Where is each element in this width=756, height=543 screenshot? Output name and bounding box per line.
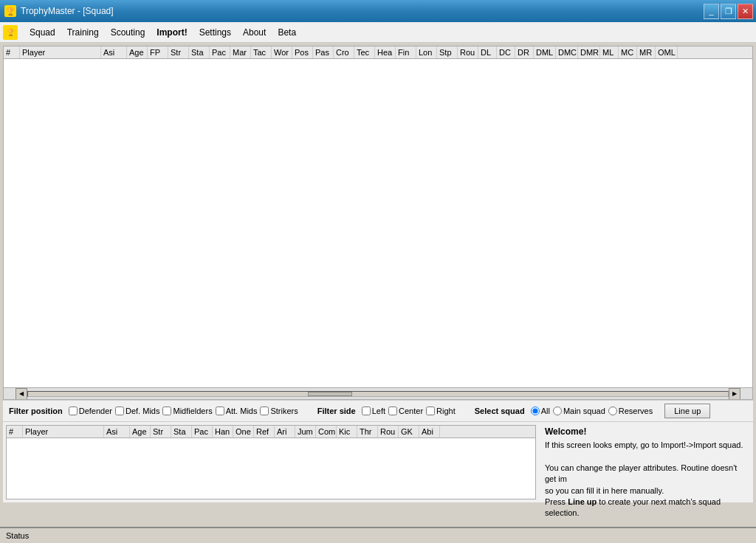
filter-def-mids[interactable]: Def. Mids	[115, 407, 159, 415]
main-header-fin[interactable]: Fin	[396, 46, 416, 58]
bottom-header-rou[interactable]: Rou	[378, 426, 399, 437]
main-header-mr[interactable]: MR	[637, 46, 656, 58]
main-header-dmc[interactable]: DMC	[556, 46, 578, 58]
scroll-track[interactable]	[27, 391, 729, 397]
filter-area: Filter position Defender Def. Mids Midfi…	[3, 400, 753, 421]
bottom-header-thr[interactable]: Thr	[357, 426, 378, 437]
main-header-str[interactable]: Str	[168, 46, 189, 58]
title-bar: 🏆 TrophyMaster - [Squad] _ ❐ ✕	[0, 0, 756, 22]
filter-att-mids[interactable]: Att. Mids	[216, 407, 258, 415]
horizontal-scrollbar[interactable]: ◀ ▶	[4, 387, 752, 399]
scroll-right-button[interactable]: ▶	[729, 388, 740, 400]
filter-strikers[interactable]: Strikers	[260, 407, 298, 415]
bottom-header-str[interactable]: Str	[151, 426, 171, 437]
main-header-hash[interactable]: #	[4, 46, 20, 58]
main-header-mc[interactable]: MC	[619, 46, 637, 58]
main-header-oml[interactable]: OML	[656, 46, 678, 58]
menu-item-beta[interactable]: Beta	[272, 25, 302, 40]
main-header-hea[interactable]: Hea	[375, 46, 396, 58]
lineup-button[interactable]: Line up	[664, 404, 710, 418]
squad-reserves[interactable]: Reserves	[608, 407, 653, 415]
close-button[interactable]: ✕	[738, 4, 753, 19]
bottom-header-asi[interactable]: Asi	[104, 426, 130, 437]
main-squad-radio[interactable]	[553, 407, 562, 415]
bottom-header-sta[interactable]: Sta	[171, 426, 192, 437]
menu-app-icon: 🏆	[3, 25, 18, 40]
main-header-ml[interactable]: ML	[600, 46, 619, 58]
reserves-radio[interactable]	[608, 407, 617, 415]
def-mids-checkbox[interactable]	[115, 407, 124, 415]
scroll-left-button[interactable]: ◀	[16, 388, 27, 400]
main-header-dr[interactable]: DR	[515, 46, 534, 58]
bottom-header-hash[interactable]: #	[7, 426, 23, 437]
main-header-dl[interactable]: DL	[478, 46, 497, 58]
bottom-header-jum[interactable]: Jum	[295, 426, 316, 437]
all-label: All	[541, 407, 550, 415]
filter-position-group: Filter position Defender Def. Mids Midfi…	[9, 407, 298, 415]
main-header-pas[interactable]: Pas	[313, 46, 334, 58]
main-header-tec[interactable]: Tec	[354, 46, 375, 58]
filter-defender[interactable]: Defender	[69, 407, 112, 415]
squad-all[interactable]: All	[531, 407, 550, 415]
bottom-header-ari[interactable]: Ari	[275, 426, 295, 437]
bottom-header-age[interactable]: Age	[130, 426, 151, 437]
main-header-sta[interactable]: Sta	[189, 46, 210, 58]
menu-item-about[interactable]: About	[237, 25, 272, 40]
filter-right[interactable]: Right	[426, 407, 456, 415]
bottom-header-player[interactable]: Player	[23, 426, 104, 437]
main-header-pac[interactable]: Pac	[210, 46, 230, 58]
strikers-checkbox[interactable]	[260, 407, 269, 415]
menu-item-settings[interactable]: Settings	[193, 25, 237, 40]
select-squad-label: Select squad	[475, 407, 525, 415]
reserves-label: Reserves	[619, 407, 653, 415]
left-checkbox[interactable]	[362, 407, 371, 415]
main-header-asi[interactable]: Asi	[101, 46, 127, 58]
menu-bar: 🏆 SquadTrainingScoutingImport!SettingsAb…	[0, 22, 756, 43]
filter-center[interactable]: Center	[388, 407, 423, 415]
menu-item-training[interactable]: Training	[61, 25, 105, 40]
main-header-fp[interactable]: FP	[148, 46, 168, 58]
status-label: Status	[6, 531, 29, 540]
menu-item-squad[interactable]: Squad	[24, 25, 61, 40]
main-header-pos[interactable]: Pos	[292, 46, 313, 58]
main-header-mar[interactable]: Mar	[230, 46, 251, 58]
bottom-header-gk[interactable]: GK	[399, 426, 419, 437]
menu-item-scouting[interactable]: Scouting	[105, 25, 151, 40]
main-header-age[interactable]: Age	[127, 46, 148, 58]
main-header-dc[interactable]: DC	[497, 46, 515, 58]
main-header-lon[interactable]: Lon	[416, 46, 437, 58]
main-header-stp[interactable]: Stp	[437, 46, 458, 58]
main-header-cro[interactable]: Cro	[334, 46, 354, 58]
all-radio[interactable]	[531, 407, 540, 415]
att-mids-checkbox[interactable]	[216, 407, 224, 415]
defender-checkbox[interactable]	[69, 407, 78, 415]
main-header-dmr[interactable]: DMR	[578, 46, 600, 58]
minimize-button[interactable]: _	[704, 4, 719, 19]
bottom-header-pac[interactable]: Pac	[192, 426, 213, 437]
right-checkbox[interactable]	[426, 407, 435, 415]
main-header-tac[interactable]: Tac	[251, 46, 272, 58]
main-header-wor[interactable]: Wor	[272, 46, 292, 58]
bottom-section: #PlayerAsiAgeStrStaPacHanOneRefAriJumCom…	[3, 421, 753, 502]
main-header-dml[interactable]: DML	[534, 46, 556, 58]
squad-main[interactable]: Main squad	[553, 407, 605, 415]
bottom-header-ref[interactable]: Ref	[254, 426, 275, 437]
filter-left[interactable]: Left	[362, 407, 385, 415]
menu-item-import[interactable]: Import!	[151, 25, 193, 40]
bottom-header-abi[interactable]: Abi	[419, 426, 440, 437]
midfielders-checkbox[interactable]	[162, 407, 171, 415]
center-checkbox[interactable]	[388, 407, 397, 415]
main-header-rou[interactable]: Rou	[458, 46, 478, 58]
att-mids-label: Att. Mids	[226, 407, 258, 415]
bottom-header-kic[interactable]: Kic	[337, 426, 357, 437]
welcome-panel: Welcome! If this screen looks empty, go …	[539, 422, 753, 502]
bottom-table-header: #PlayerAsiAgeStrStaPacHanOneRefAriJumCom…	[7, 426, 535, 438]
bottom-header-com[interactable]: Com	[316, 426, 337, 437]
bottom-header-one[interactable]: One	[233, 426, 254, 437]
filter-midfielders[interactable]: Midfielders	[162, 407, 212, 415]
main-header-player[interactable]: Player	[20, 46, 101, 58]
scroll-thumb[interactable]	[308, 392, 352, 396]
welcome-title: Welcome!	[545, 426, 747, 437]
bottom-header-han[interactable]: Han	[213, 426, 233, 437]
restore-button[interactable]: ❐	[721, 4, 736, 19]
